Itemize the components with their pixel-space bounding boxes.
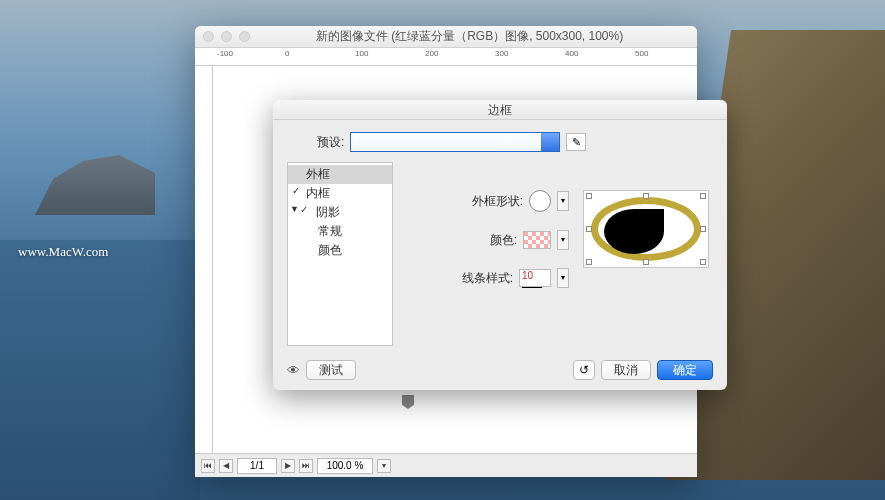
vertical-ruler[interactable] (195, 66, 213, 453)
next-page-button[interactable]: ▶ (281, 459, 295, 473)
ok-button[interactable]: 确定 (657, 360, 713, 380)
statusbar: ⏮ ◀ ▶ ⏭ ▾ (195, 453, 697, 477)
stroke-label: 线条样式: (462, 270, 513, 287)
watermark-text: www.MacW.com (18, 244, 108, 260)
page-field[interactable] (237, 458, 277, 474)
color-swatch[interactable] (523, 231, 551, 249)
horizontal-ruler[interactable]: -100 0 100 200 300 400 500 (195, 48, 697, 66)
preview-box (583, 190, 709, 268)
reset-icon[interactable]: ↺ (573, 360, 595, 380)
dialog-title[interactable]: 边框 (273, 100, 727, 120)
list-item-color[interactable]: 颜色 (288, 241, 392, 260)
list-item-outer[interactable]: 外框 (288, 165, 392, 184)
window-titlebar[interactable]: 新的图像文件 (红绿蓝分量（RGB）图像, 500x300, 100%) (195, 26, 697, 48)
test-button[interactable]: 测试 (306, 360, 356, 380)
edit-preset-icon[interactable]: ✎ (566, 133, 586, 151)
list-item-shadow[interactable]: ▼✓阴影 (288, 203, 392, 222)
list-item-inner[interactable]: ✓内框 (288, 184, 392, 203)
resize-handle[interactable] (643, 259, 649, 265)
zoom-icon[interactable] (239, 31, 250, 42)
zoom-field[interactable] (317, 458, 373, 474)
form-panel: 外框形状: ▾ 颜色: ▾ 线条样式: 10 ▾ (403, 162, 573, 346)
resize-handle[interactable] (643, 193, 649, 199)
resize-handle[interactable] (586, 259, 592, 265)
prev-page-button[interactable]: ◀ (219, 459, 233, 473)
preview-ring-icon (591, 197, 701, 261)
last-page-button[interactable]: ⏭ (299, 459, 313, 473)
resize-handle[interactable] (586, 193, 592, 199)
resize-handle[interactable] (700, 193, 706, 199)
border-dialog: 边框 预设: ✎ 外框 ✓内框 ▼✓阴影 常规 颜色 外框形状: ▾ (273, 100, 727, 390)
preset-label: 预设: (317, 134, 344, 151)
resize-handle[interactable] (586, 226, 592, 232)
shape-label: 外框形状: (472, 193, 523, 210)
section-list: 外框 ✓内框 ▼✓阴影 常规 颜色 (287, 162, 393, 346)
window-title: 新的图像文件 (红绿蓝分量（RGB）图像, 500x300, 100%) (250, 28, 689, 45)
first-page-button[interactable]: ⏮ (201, 459, 215, 473)
shape-dropdown[interactable]: ▾ (557, 191, 569, 211)
resize-handle[interactable] (700, 226, 706, 232)
stroke-dropdown[interactable]: ▾ (557, 268, 569, 288)
zoom-dropdown[interactable]: ▾ (377, 459, 391, 473)
preview-toggle-icon[interactable]: 👁 (287, 363, 300, 378)
minimize-icon[interactable] (221, 31, 232, 42)
color-label: 颜色: (490, 232, 517, 249)
stroke-value-field[interactable]: 10 (519, 269, 551, 287)
preset-select[interactable] (350, 132, 560, 152)
resize-handle[interactable] (700, 259, 706, 265)
close-icon[interactable] (203, 31, 214, 42)
list-item-general[interactable]: 常规 (288, 222, 392, 241)
cancel-button[interactable]: 取消 (601, 360, 651, 380)
color-dropdown[interactable]: ▾ (557, 230, 569, 250)
shape-preview[interactable] (529, 190, 551, 212)
